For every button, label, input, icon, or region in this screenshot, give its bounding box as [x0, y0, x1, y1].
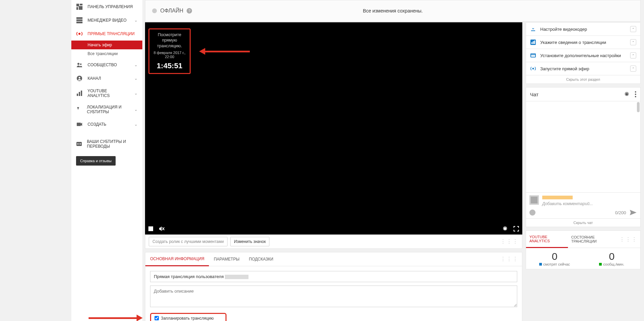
countdown-title: Посмотрите прямую трансляцию.: [151, 32, 188, 49]
setup-step-2[interactable]: Укажите сведения о трансляции ⌃: [526, 36, 641, 49]
chevron-down-icon: ⌄: [134, 76, 138, 81]
chat-settings-icon[interactable]: [623, 91, 630, 98]
expand-icon[interactable]: ⌃: [630, 26, 636, 32]
countdown-datetime: 8 февраля 2017 г., 22:00: [151, 51, 188, 59]
countdown-timer: 1:45:51: [151, 61, 188, 70]
description-input[interactable]: [150, 286, 517, 307]
drag-handle-icon[interactable]: ⋮⋮⋮: [619, 236, 638, 243]
captions-icon: [76, 141, 82, 147]
sidebar-item-label: СОЗДАТЬ: [88, 122, 106, 127]
chat-more-icon[interactable]: [635, 91, 636, 97]
chevron-down-icon: ⌄: [134, 91, 138, 96]
chevron-down-icon: ⌄: [134, 63, 138, 67]
chat-messages[interactable]: [526, 101, 641, 193]
status-text: ОФЛАЙН: [160, 8, 183, 14]
tab-stream-health[interactable]: СОСТОЯНИЕ ТРАНСЛЯЦИИ: [568, 231, 619, 247]
annotation-arrow: [196, 49, 250, 53]
sidebar-item-label: ЛОКАЛИЗАЦИЯ И СУБТИТРЫ: [87, 105, 129, 114]
scrollbar[interactable]: [637, 102, 640, 112]
fullscreen-icon[interactable]: [514, 226, 519, 231]
settings-icon[interactable]: [502, 226, 508, 232]
expand-icon[interactable]: ⌃: [630, 52, 636, 58]
svg-rect-24: [531, 42, 532, 44]
info-tabs: ОСНОВНАЯ ИНФОРМАЦИЯ ПАРАМЕТРЫ ПОДСКАЗКИ …: [145, 252, 522, 266]
svg-point-31: [635, 91, 636, 93]
sidebar-item-label: YOUTUBE ANALYTICS: [88, 89, 129, 98]
setup-step-4[interactable]: Запустите прямой эфир ⌃: [526, 62, 641, 75]
chat-input[interactable]: Добавить комментарий...: [542, 201, 637, 206]
legend-square-icon: [599, 263, 602, 266]
svg-rect-0: [76, 4, 79, 6]
drag-handle-icon[interactable]: ⋮⋮⋮: [500, 238, 519, 245]
setup-step-3[interactable]: Установите дополнительные настройки ⌃: [526, 49, 641, 62]
sidebar-subitem-all-live[interactable]: Все трансляции: [71, 49, 142, 58]
stat-messages-value: 0: [585, 251, 639, 262]
title-input[interactable]: Прямая трансляция пользователя: [150, 271, 517, 282]
player-countdown-card: Посмотрите прямую трансляцию. 8 февраля …: [148, 28, 191, 74]
sidebar-item-analytics[interactable]: YOUTUBE ANALYTICS ⌄: [71, 85, 142, 101]
chevron-down-icon: ⌄: [134, 107, 138, 112]
emoji-icon[interactable]: [529, 209, 535, 216]
sidebar: ПАНЕЛЬ УПРАВЛЕНИЯ МЕНЕДЖЕР ВИДЕО ⌄ ПРЯМЫ…: [71, 0, 142, 321]
channel-icon: [76, 75, 83, 82]
mute-icon[interactable]: [159, 226, 165, 232]
sidebar-item-label: ПАНЕЛЬ УПРАВЛЕНИЯ: [88, 4, 133, 9]
annotation-arrow: [89, 316, 146, 320]
help-icon[interactable]: ?: [187, 8, 192, 14]
avatar: [529, 195, 539, 205]
create-highlights-button[interactable]: Создать ролик с лучшими моментами: [149, 237, 228, 246]
change-thumbnail-button[interactable]: Изменить значок: [230, 237, 269, 246]
step-label: Установите дополнительные настройки: [540, 53, 621, 58]
translate-icon: [76, 106, 82, 113]
sidebar-item-video-manager[interactable]: МЕНЕДЖЕР ВИДЕО ⌄: [71, 14, 142, 27]
stat-viewers-label: смотрят сейчас: [543, 262, 570, 266]
hide-setup-link[interactable]: Скрыть этот раздел: [526, 75, 641, 84]
sidebar-item-label: ВАШИ СУБТИТРЫ И ПЕРЕВОДЫ: [87, 139, 138, 149]
tab-youtube-analytics[interactable]: YOUTUBE ANALYTICS: [526, 231, 568, 248]
svg-point-29: [532, 68, 534, 70]
status-bar: ОФЛАЙН ? Все изменения сохранены.: [145, 0, 641, 22]
svg-rect-14: [81, 91, 82, 96]
sidebar-item-captions[interactable]: ВАШИ СУБТИТРЫ И ПЕРЕВОДЫ: [71, 136, 142, 152]
stat-viewers: 0 смотрят сейчас: [526, 248, 583, 269]
svg-point-33: [635, 96, 636, 97]
send-icon[interactable]: [629, 209, 637, 216]
saved-indicator: Все изменения сохранены.: [145, 8, 640, 14]
sidebar-item-dashboard[interactable]: ПАНЕЛЬ УПРАВЛЕНИЯ: [71, 0, 142, 14]
hide-chat-link[interactable]: Скрыть чат: [526, 219, 641, 227]
status-dot-icon: [152, 8, 157, 13]
sidebar-item-live[interactable]: ПРЯМЫЕ ТРАНСЛЯЦИИ: [71, 27, 142, 41]
redacted-username: [225, 275, 248, 279]
sidebar-item-community[interactable]: СООБЩЕСТВО ⌄: [71, 58, 142, 72]
expand-icon[interactable]: ⌃: [630, 66, 636, 72]
svg-point-11: [79, 77, 80, 79]
tab-params[interactable]: ПАРАМЕТРЫ: [209, 253, 244, 266]
stop-icon[interactable]: [148, 226, 153, 231]
help-feedback-button[interactable]: Справка и отзывы: [76, 156, 116, 166]
schedule-checkbox-row[interactable]: Запланировать трансляцию: [154, 316, 222, 321]
expand-icon[interactable]: ⌃: [630, 39, 636, 45]
title-prefix: Прямая трансляция пользователя: [154, 274, 225, 279]
stat-messages: 0 сообщ./мин.: [583, 248, 640, 269]
sidebar-subitem-start-live[interactable]: Начать эфир: [71, 41, 142, 49]
sidebar-item-channel[interactable]: КАНАЛ ⌄: [71, 72, 142, 85]
tab-basic-info[interactable]: ОСНОВНАЯ ИНФОРМАЦИЯ: [145, 252, 209, 266]
download-icon: [530, 26, 536, 32]
go-live-icon: [530, 66, 536, 72]
stat-viewers-value: 0: [527, 251, 582, 262]
setup-step-1[interactable]: Настройте видеокодер ⌃: [526, 22, 641, 36]
info-icon: [530, 39, 536, 45]
video-manager-icon: [76, 17, 83, 24]
schedule-block: Запланировать трансляцию Россия Europe/K…: [150, 313, 226, 321]
schedule-checkbox[interactable]: [154, 316, 159, 320]
video-player[interactable]: Посмотрите прямую трансляцию. 8 февраля …: [145, 22, 522, 234]
sidebar-item-localization[interactable]: ЛОКАЛИЗАЦИЯ И СУБТИТРЫ ⌄: [71, 101, 142, 118]
main-content: ОФЛАЙН ? Все изменения сохранены. Посмот…: [145, 0, 641, 321]
tab-hints[interactable]: ПОДСКАЗКИ: [244, 253, 278, 266]
sidebar-item-create[interactable]: СОЗДАТЬ ⌄: [71, 118, 142, 131]
drag-handle-icon[interactable]: ⋮⋮⋮: [500, 256, 519, 262]
dashboard-icon: [76, 3, 83, 10]
stat-messages-label: сообщ./мин.: [603, 262, 624, 266]
settings-step-icon: [530, 52, 536, 58]
svg-rect-19: [148, 226, 153, 231]
